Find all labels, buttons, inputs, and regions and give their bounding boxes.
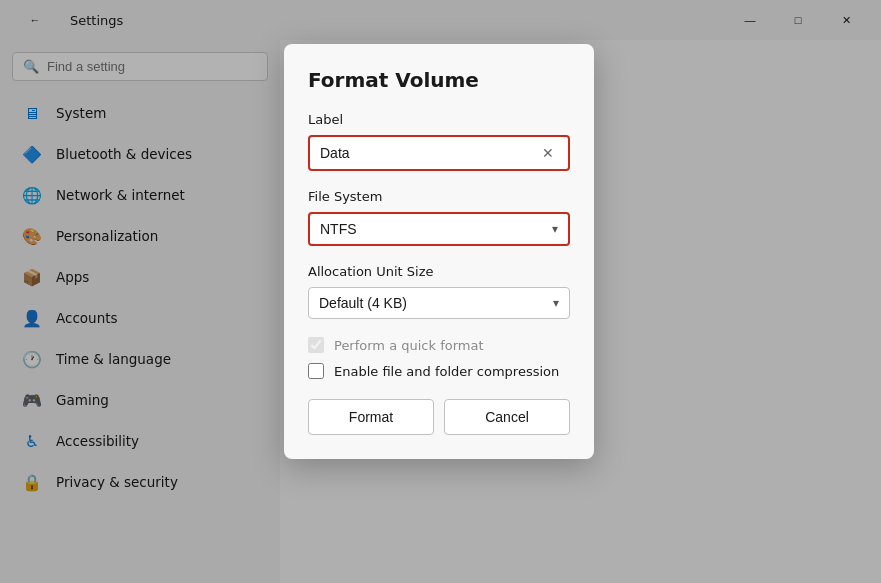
dialog-buttons: Format Cancel	[308, 399, 570, 435]
label-input[interactable]	[320, 145, 538, 161]
modal-overlay: Format Volume Label ✕ File System NTFS F…	[0, 0, 881, 583]
compression-row: Enable file and folder compression	[308, 363, 570, 379]
quick-format-label: Perform a quick format	[334, 338, 484, 353]
allocation-label: Allocation Unit Size	[308, 264, 570, 279]
file-system-chevron-icon: ▾	[552, 222, 558, 236]
format-volume-dialog: Format Volume Label ✕ File System NTFS F…	[284, 44, 594, 459]
quick-format-checkbox[interactable]	[308, 337, 324, 353]
label-field-label: Label	[308, 112, 570, 127]
quick-format-row: Perform a quick format	[308, 337, 570, 353]
file-system-label: File System	[308, 189, 570, 204]
file-system-select[interactable]: NTFS FAT32 exFAT	[320, 221, 552, 237]
label-input-wrap[interactable]: ✕	[308, 135, 570, 171]
allocation-select-wrap[interactable]: Default (4 KB) 512 bytes 1024 bytes 2048…	[308, 287, 570, 319]
allocation-section: Allocation Unit Size Default (4 KB) 512 …	[308, 264, 570, 319]
allocation-select[interactable]: Default (4 KB) 512 bytes 1024 bytes 2048…	[319, 295, 553, 311]
dialog-title: Format Volume	[308, 68, 570, 92]
file-system-select-wrap[interactable]: NTFS FAT32 exFAT ▾	[308, 212, 570, 246]
clear-icon: ✕	[542, 145, 554, 161]
clear-label-button[interactable]: ✕	[538, 143, 558, 163]
compression-checkbox[interactable]	[308, 363, 324, 379]
cancel-button[interactable]: Cancel	[444, 399, 570, 435]
allocation-chevron-icon: ▾	[553, 296, 559, 310]
compression-label: Enable file and folder compression	[334, 364, 559, 379]
format-button[interactable]: Format	[308, 399, 434, 435]
